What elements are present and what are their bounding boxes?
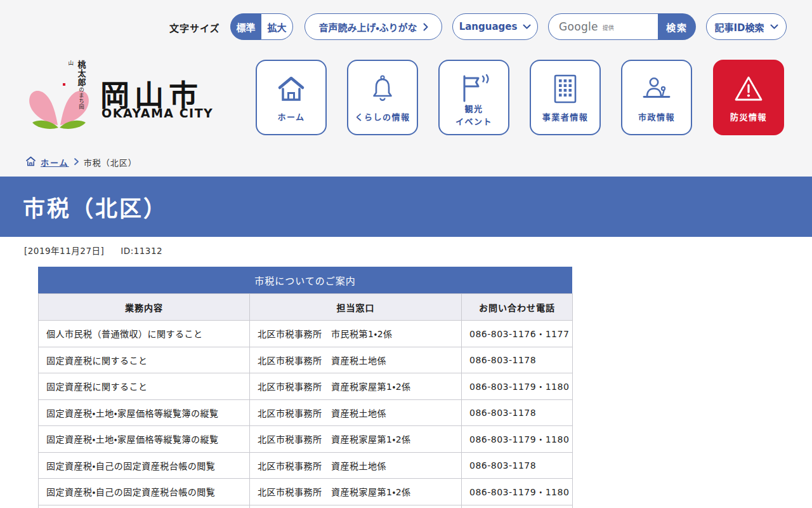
breadcrumb-home-link[interactable]: ホーム	[25, 156, 69, 168]
languages-label: Languages	[459, 21, 518, 32]
cell-phone: 086-803-1176・1177	[462, 321, 573, 347]
bell-icon	[369, 74, 396, 104]
nav-home[interactable]: ホーム	[256, 60, 327, 135]
cell-office	[250, 505, 462, 508]
table-row: 固定資産税に関すること 北区市税事務所 資産税土地係 086-803-1178	[39, 347, 573, 373]
table-row-partial	[39, 505, 573, 508]
font-size-label: 文字サイズ	[169, 21, 220, 34]
cell-office: 北区市税事務所 資産税土地係	[250, 452, 462, 479]
city-name-en: OKAYAMA CITY	[102, 106, 213, 120]
cell-business: 固定資産税・土地・家屋価格等縦覧簿の縦覧	[39, 426, 250, 453]
breadcrumb-home-label: ホーム	[41, 156, 69, 168]
chevron-down-icon	[770, 24, 778, 29]
table-row: 固定資産税・自己の固定資産税台帳の閲覧 北区市税事務所 資産税家屋第1・2係 0…	[39, 479, 573, 505]
article-id-search-button[interactable]: 記事ID検索	[706, 13, 787, 40]
cell-phone	[462, 505, 573, 508]
site-header: 文字サイズ 標準 拡大 音声読み上げ・ふりがな Languages Google…	[0, 0, 812, 177]
font-size-toggle: 標準 拡大	[230, 13, 293, 40]
article-meta: [2019年11月27日]ID:11312	[24, 244, 162, 257]
cell-business	[39, 505, 250, 508]
city-logo[interactable]: 桃太郎のまち岡山 岡山市 OKAYAMA CITY	[25, 60, 216, 131]
breadcrumb: ホーム 市税（北区）	[25, 156, 137, 168]
cell-office: 北区市税事務所 資産税家屋第1・2係	[250, 426, 462, 453]
nav-disaster-info[interactable]: 防災情報	[713, 60, 784, 135]
search-button[interactable]: 検索	[658, 13, 696, 40]
page-title: 市税（北区）	[23, 190, 167, 223]
breadcrumb-current: 市税（北区）	[84, 156, 137, 168]
chevron-right-icon	[74, 157, 79, 167]
building-icon	[554, 74, 577, 104]
warning-triangle-icon	[733, 74, 764, 104]
languages-button[interactable]: Languages	[452, 13, 538, 40]
cell-business: 固定資産税・自己の固定資産税台帳の閲覧	[39, 452, 250, 479]
logo-tagline: 桃太郎のまち岡山	[65, 60, 86, 110]
cell-phone: 086-803-1179・1180	[462, 373, 573, 400]
nav-living-info-label: くらしの情報	[355, 111, 410, 124]
cell-business: 固定資産税に関すること	[39, 347, 250, 373]
table-row: 固定資産税・土地・家屋価格等縦覧簿の縦覧 北区市税事務所 資産税家屋第1・2係 …	[39, 426, 573, 453]
cell-office: 北区市税事務所 資産税土地係	[250, 347, 462, 373]
font-size-large-button[interactable]: 拡大	[261, 13, 293, 40]
chevron-right-icon	[423, 23, 428, 31]
table-caption: 市税についてのご案内	[38, 267, 572, 293]
page-title-banner: 市税（北区）	[0, 177, 812, 237]
cell-business: 固定資産税・自己の固定資産税台帳の閲覧	[39, 479, 250, 505]
col-header-business: 業務内容	[39, 294, 250, 321]
table-row: 固定資産税・自己の固定資産税台帳の閲覧 北区市税事務所 資産税土地係 086-8…	[39, 452, 573, 479]
nav-tourism-events-label: 観光イベント	[455, 103, 492, 128]
nav-business-info[interactable]: 事業者情報	[530, 60, 601, 135]
nav-tourism-events[interactable]: 観光イベント	[438, 60, 509, 135]
cell-office: 北区市税事務所 資産税家屋第1・2係	[250, 479, 462, 505]
logo-red-dot	[63, 83, 65, 86]
cell-office: 北区市税事務所 資産税土地係	[250, 399, 462, 426]
nav-city-government-label: 市政情報	[638, 111, 675, 124]
google-provided-label: 提供	[603, 22, 614, 32]
table-row: 固定資産税に関すること 北区市税事務所 資産税家屋第1・2係 086-803-1…	[39, 373, 573, 400]
article-id: ID:11312	[121, 246, 162, 256]
table-row: 個人市民税（普通徴収）に関すること 北区市税事務所 市民税第1・2係 086-8…	[39, 321, 573, 347]
cell-office: 北区市税事務所 資産税家屋第1・2係	[250, 373, 462, 400]
site-search: Google 提供 検索	[548, 13, 696, 40]
search-input[interactable]: Google 提供	[548, 13, 658, 40]
google-logo: Google	[559, 20, 598, 33]
nav-living-info[interactable]: くらしの情報	[347, 60, 418, 135]
cell-phone: 086-803-1179・1180	[462, 479, 573, 505]
speech-furigana-label: 音声読み上げ・ふりがな	[318, 20, 417, 34]
cell-business: 個人市民税（普通徴収）に関すること	[39, 321, 250, 347]
table-row: 固定資産税・土地・家屋価格等縦覧簿の縦覧 北区市税事務所 資産税土地係 086-…	[39, 399, 573, 426]
article-date: [2019年11月27日]	[24, 246, 104, 256]
cell-phone: 086-803-1178	[462, 399, 573, 426]
reception-desk-icon	[641, 74, 672, 104]
font-size-standard-button[interactable]: 標準	[230, 13, 261, 40]
cell-phone: 086-803-1178	[462, 347, 573, 373]
cell-business: 固定資産税・土地・家屋価格等縦覧簿の縦覧	[39, 399, 250, 426]
col-header-office: 担当窓口	[250, 294, 462, 321]
nav-disaster-info-label: 防災情報	[730, 111, 767, 124]
home-icon	[25, 156, 36, 168]
cell-phone: 086-803-1179・1180	[462, 426, 573, 453]
nav-city-government[interactable]: 市政情報	[621, 60, 692, 135]
cell-phone: 086-803-1178	[462, 452, 573, 479]
col-header-phone: お問い合わせ電話	[462, 294, 573, 321]
nav-home-label: ホーム	[277, 111, 304, 124]
flag-icon	[457, 74, 490, 103]
cell-office: 北区市税事務所 市民税第1・2係	[250, 321, 462, 347]
speech-furigana-button[interactable]: 音声読み上げ・ふりがな	[304, 13, 442, 40]
tax-info-table: 市税についてのご案内 業務内容 担当窓口 お問い合わせ電話 個人市民税（普通徴収…	[38, 267, 572, 508]
article-id-search-label: 記事ID検索	[714, 20, 764, 34]
home-icon	[277, 74, 306, 104]
okayama-city-page: 文字サイズ 標準 拡大 音声読み上げ・ふりがな Languages Google…	[0, 0, 812, 508]
nav-business-info-label: 事業者情報	[542, 111, 589, 124]
table-header-row: 業務内容 担当窓口 お問い合わせ電話	[39, 294, 573, 321]
chevron-down-icon	[523, 24, 531, 29]
cell-business: 固定資産税に関すること	[39, 373, 250, 400]
